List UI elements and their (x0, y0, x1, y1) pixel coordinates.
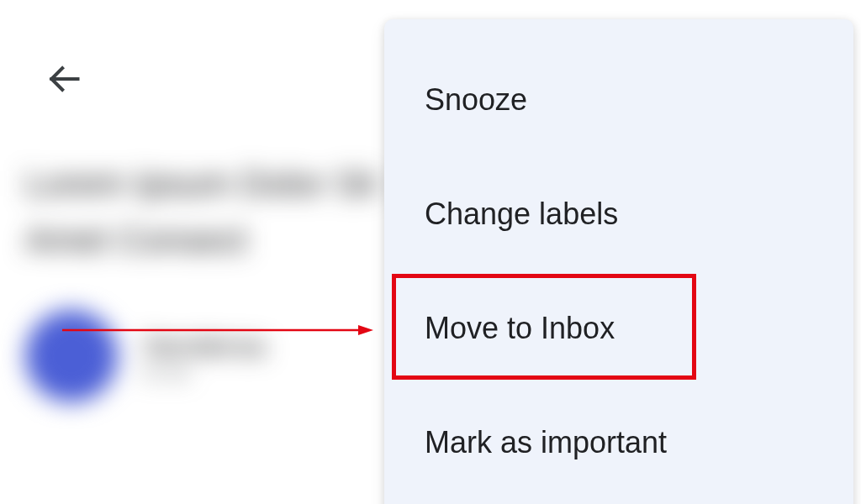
arrow-annotation (62, 322, 373, 339)
menu-item-change-labels[interactable]: Change labels (384, 157, 853, 271)
menu-item-label: Move to Inbox (425, 311, 615, 346)
menu-item-label: Mark as important (425, 425, 667, 460)
svg-marker-2 (358, 325, 373, 335)
menu-item-move-to-inbox[interactable]: Move to Inbox (384, 271, 853, 386)
menu-item-snooze[interactable]: Snooze (384, 43, 853, 157)
back-arrow-icon (45, 60, 82, 101)
menu-item-label: Snooze (425, 82, 527, 118)
menu-item-label: Change labels (425, 197, 618, 232)
back-button[interactable] (44, 60, 84, 101)
blurred-email-preview: Lorem Ipsum Dolor Sit Amet Consect Sende… (25, 155, 387, 402)
context-menu: Snooze Change labels Move to Inbox Mark … (384, 19, 853, 504)
menu-item-mark-important[interactable]: Mark as important (384, 386, 853, 500)
